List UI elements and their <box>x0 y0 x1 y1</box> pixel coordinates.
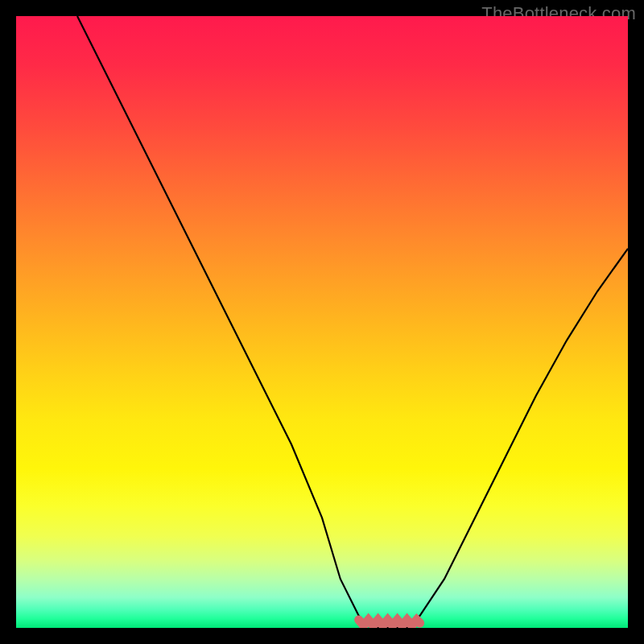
highlight-floor-path <box>359 620 420 625</box>
chart-svg <box>16 16 628 628</box>
plot-area <box>16 16 628 628</box>
bottleneck-curve-path <box>77 16 628 628</box>
chart-frame: TheBottleneck.com <box>0 0 644 644</box>
